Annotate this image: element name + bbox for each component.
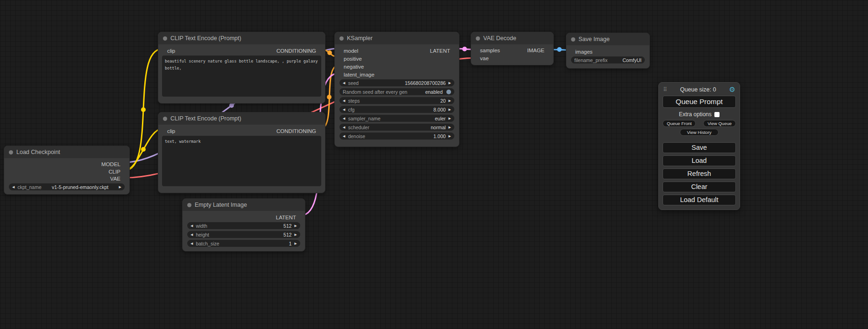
cfg-widget[interactable]: ◀ cfg 8.000 ▶ xyxy=(339,106,454,113)
collapse-dot-icon[interactable] xyxy=(187,203,191,207)
node-title: VAE Decode xyxy=(483,35,516,42)
collapse-dot-icon[interactable] xyxy=(163,117,167,121)
widget-label: sampler_name xyxy=(348,116,380,121)
vae-input-slot[interactable] xyxy=(473,56,477,60)
node-title-bar[interactable]: VAE Decode xyxy=(471,32,553,44)
negative-input-slot[interactable] xyxy=(337,64,341,69)
clip-output-slot[interactable] xyxy=(123,169,127,174)
seed-widget[interactable]: ◀ seed 156680208700286 ▶ xyxy=(339,79,454,86)
width-widget[interactable]: ◀ width 512 ▶ xyxy=(187,222,300,229)
node-vae-decode[interactable]: VAE Decode samples IMAGE vae xyxy=(471,32,554,65)
latent-output-slot[interactable] xyxy=(453,49,457,53)
positive-prompt-textarea[interactable]: beautiful scenery nature glass bottle la… xyxy=(162,56,321,97)
clear-button[interactable]: Clear xyxy=(663,182,736,192)
collapse-dot-icon[interactable] xyxy=(9,150,13,154)
model-output-slot[interactable] xyxy=(123,162,127,166)
node-title-bar[interactable]: KSampler xyxy=(335,32,459,44)
wire-midpoint-dot xyxy=(327,95,332,99)
node-title-bar[interactable]: CLIP Text Encode (Prompt) xyxy=(158,112,325,125)
refresh-button[interactable]: Refresh xyxy=(663,168,736,179)
node-ksampler[interactable]: KSampler model LATENT positive negative … xyxy=(334,32,459,147)
clip-input-slot[interactable] xyxy=(160,49,164,53)
batch-size-widget[interactable]: ◀ batch_size 1 ▶ xyxy=(187,240,300,247)
wire-clip-negative xyxy=(125,129,162,170)
node-clip-text-encode-negative[interactable]: CLIP Text Encode (Prompt) clip CONDITION… xyxy=(158,112,325,193)
drag-handle-icon[interactable]: ⠿ xyxy=(663,86,667,93)
node-title-bar[interactable]: Empty Latent Image xyxy=(183,199,305,211)
image-output-slot[interactable] xyxy=(547,49,551,53)
collapse-dot-icon[interactable] xyxy=(571,37,575,42)
view-history-button[interactable]: View History xyxy=(680,129,719,136)
collapse-dot-icon[interactable] xyxy=(339,36,344,41)
increment-icon[interactable]: ▶ xyxy=(449,99,451,102)
latent-output-slot[interactable] xyxy=(299,215,303,219)
filename-prefix-widget[interactable]: filename_prefix ComfyUI xyxy=(571,56,645,63)
widget-label: Random seed after every gen xyxy=(343,89,407,95)
decrement-icon[interactable]: ◀ xyxy=(343,134,345,138)
node-save-image[interactable]: Save Image images filename_prefix ComfyU… xyxy=(566,33,650,69)
collapse-dot-icon[interactable] xyxy=(476,36,480,41)
steps-widget[interactable]: ◀ steps 20 ▶ xyxy=(339,97,454,104)
latent-image-input-label: latent_image xyxy=(344,72,374,77)
sampler-name-widget[interactable]: ◀ sampler_name euler ▶ xyxy=(339,115,454,122)
samples-input-slot[interactable] xyxy=(473,49,477,53)
increment-icon[interactable]: ▶ xyxy=(449,108,451,111)
images-input-slot[interactable] xyxy=(568,49,572,54)
increment-icon[interactable]: ▶ xyxy=(449,134,451,138)
wire-midpoint-dot xyxy=(229,103,234,108)
queue-prompt-button[interactable]: Queue Prompt xyxy=(663,96,736,108)
positive-input-slot[interactable] xyxy=(337,56,341,61)
random-seed-toggle-widget[interactable]: Random seed after every gen enabled xyxy=(339,88,454,95)
collapse-dot-icon[interactable] xyxy=(163,36,167,41)
increment-icon[interactable]: ▶ xyxy=(295,242,297,245)
settings-gear-icon[interactable]: ⚙ xyxy=(729,86,735,93)
vae-output-label: VAE xyxy=(110,176,120,182)
save-button[interactable]: Save xyxy=(663,142,736,153)
queue-front-button[interactable]: Queue Front xyxy=(663,120,696,127)
conditioning-output-label: CONDITIONING xyxy=(276,128,316,134)
denoise-widget[interactable]: ◀ denoise 1.000 ▶ xyxy=(339,133,454,140)
clip-input-slot[interactable] xyxy=(160,129,164,133)
widget-label: height xyxy=(196,232,209,238)
load-button[interactable]: Load xyxy=(663,155,736,166)
increment-icon[interactable]: ▶ xyxy=(449,81,451,84)
vae-output-slot[interactable] xyxy=(123,177,127,181)
decrement-icon[interactable]: ◀ xyxy=(343,108,345,111)
clip-input-label: clip xyxy=(167,48,175,54)
view-queue-button[interactable]: View Queue xyxy=(703,120,736,127)
model-input-label: model xyxy=(344,48,358,54)
next-value-icon[interactable]: ▶ xyxy=(449,117,451,120)
decrement-icon[interactable]: ◀ xyxy=(191,224,193,227)
next-value-icon[interactable]: ▶ xyxy=(119,185,121,189)
ckpt-name-widget[interactable]: ◀ ckpt_name v1-5-pruned-emaonly.ckpt ▶ xyxy=(9,183,125,190)
prev-value-icon[interactable]: ◀ xyxy=(343,117,345,120)
scheduler-widget[interactable]: ◀ scheduler normal ▶ xyxy=(339,124,454,131)
model-input-slot[interactable] xyxy=(337,49,341,53)
conditioning-output-slot[interactable] xyxy=(319,49,323,53)
decrement-icon[interactable]: ◀ xyxy=(343,99,345,102)
decrement-icon[interactable]: ◀ xyxy=(191,233,193,236)
negative-prompt-textarea[interactable]: text, watermark xyxy=(162,136,321,186)
extra-options-checkbox[interactable] xyxy=(714,112,720,117)
decrement-icon[interactable]: ◀ xyxy=(343,81,345,84)
toggle-dot-icon[interactable] xyxy=(446,90,451,94)
increment-icon[interactable]: ▶ xyxy=(295,224,297,227)
node-title-bar[interactable]: CLIP Text Encode (Prompt) xyxy=(158,32,325,44)
height-widget[interactable]: ◀ height 512 ▶ xyxy=(187,231,300,238)
increment-icon[interactable]: ▶ xyxy=(295,233,297,236)
load-default-button[interactable]: Load Default xyxy=(663,195,736,205)
widget-value: 156680208700286 xyxy=(405,80,446,86)
node-clip-text-encode-positive[interactable]: CLIP Text Encode (Prompt) clip CONDITION… xyxy=(158,32,325,104)
latent-image-input-slot[interactable] xyxy=(337,72,341,77)
prev-value-icon[interactable]: ◀ xyxy=(343,126,345,129)
decrement-icon[interactable]: ◀ xyxy=(191,242,193,245)
widget-value: 20 xyxy=(440,98,446,104)
node-title-bar[interactable]: Save Image xyxy=(566,33,649,45)
node-load-checkpoint[interactable]: Load Checkpoint MODEL CLIP VAE ◀ ckpt_na… xyxy=(4,146,130,195)
node-title-bar[interactable]: Load Checkpoint xyxy=(4,146,129,158)
next-value-icon[interactable]: ▶ xyxy=(449,126,451,129)
node-graph-canvas[interactable]: Load Checkpoint MODEL CLIP VAE ◀ ckpt_na… xyxy=(0,0,868,329)
node-empty-latent-image[interactable]: Empty Latent Image LATENT ◀ width 512 ▶ … xyxy=(182,198,305,252)
prev-value-icon[interactable]: ◀ xyxy=(12,185,14,189)
conditioning-output-slot[interactable] xyxy=(319,129,323,133)
